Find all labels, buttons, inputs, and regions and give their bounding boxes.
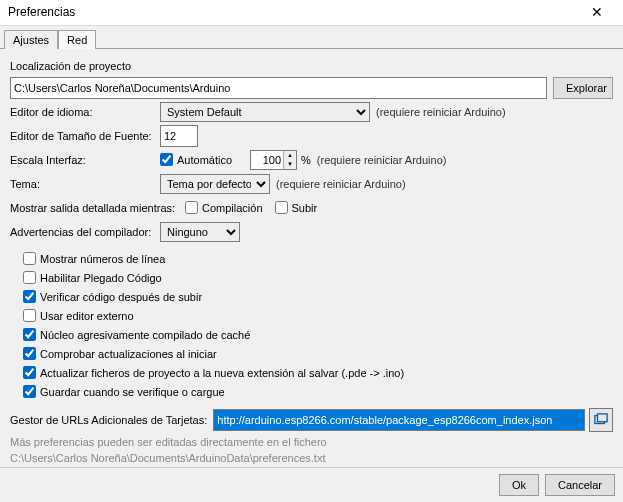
verbose-upload-label: Subir xyxy=(292,202,318,214)
warnings-select[interactable]: Ninguno xyxy=(160,222,240,242)
scale-label: Escala Interfaz: xyxy=(10,154,160,166)
code-folding-label: Habilitar Plegado Código xyxy=(40,272,162,284)
tab-network[interactable]: Red xyxy=(58,30,96,49)
scale-hint: (requiere reiniciar Arduino) xyxy=(317,154,447,166)
verbose-compile-checkbox[interactable] xyxy=(185,201,198,214)
theme-label: Tema: xyxy=(10,178,160,190)
close-icon: ✕ xyxy=(591,5,603,19)
verify-after-upload-checkbox[interactable] xyxy=(23,290,36,303)
svg-rect-1 xyxy=(598,414,608,422)
boards-url-input[interactable] xyxy=(213,409,585,431)
aggressive-cache-label: Núcleo agresivamente compilado de caché xyxy=(40,329,250,341)
close-button[interactable]: ✕ xyxy=(577,0,617,25)
window-title: Preferencias xyxy=(8,5,75,19)
tab-settings[interactable]: Ajustes xyxy=(4,30,58,49)
chevron-down-icon[interactable]: ▼ xyxy=(284,160,296,169)
more-prefs-path: C:\Users\Carlos Noreña\Documents\Arduino… xyxy=(10,452,613,464)
language-hint: (requiere reiniciar Arduino) xyxy=(376,106,506,118)
window-icon xyxy=(594,413,608,427)
save-on-verify-label: Guardar cuando se verifique o cargue xyxy=(40,386,225,398)
scale-auto-checkbox[interactable] xyxy=(160,153,173,166)
external-editor-checkbox[interactable] xyxy=(23,309,36,322)
dialog-footer: Ok Cancelar xyxy=(0,467,623,502)
boards-url-label: Gestor de URLs Adicionales de Tarjetas: xyxy=(10,414,207,426)
scale-spinner[interactable]: ▲ ▼ xyxy=(250,150,297,170)
verbose-label: Mostrar salida detallada mientras: xyxy=(10,202,185,214)
preferences-window: Preferencias ✕ Ajustes Red Localización … xyxy=(0,0,623,502)
check-updates-label: Comprobar actualizaciones al iniciar xyxy=(40,348,217,360)
tab-strip: Ajustes Red xyxy=(0,26,623,49)
scale-auto-label: Automático xyxy=(177,154,232,166)
fontsize-input[interactable] xyxy=(160,125,198,147)
language-label: Editor de idioma: xyxy=(10,106,160,118)
line-numbers-checkbox[interactable] xyxy=(23,252,36,265)
save-on-verify-checkbox[interactable] xyxy=(23,385,36,398)
theme-select[interactable]: Tema por defecto xyxy=(160,174,270,194)
verbose-upload-checkbox[interactable] xyxy=(275,201,288,214)
update-extension-label: Actualizar ficheros de proyecto a la nue… xyxy=(40,367,404,379)
line-numbers-label: Mostrar números de línea xyxy=(40,253,165,265)
code-folding-checkbox[interactable] xyxy=(23,271,36,284)
scale-value-input[interactable] xyxy=(251,152,283,168)
aggressive-cache-checkbox[interactable] xyxy=(23,328,36,341)
scale-percent: % xyxy=(301,154,311,166)
cancel-button[interactable]: Cancelar xyxy=(545,474,615,496)
sketchbook-location-label: Localización de proyecto xyxy=(10,60,131,72)
language-select[interactable]: System Default xyxy=(160,102,370,122)
warnings-label: Advertencias del compilador: xyxy=(10,226,160,238)
fontsize-label: Editor de Tamaño de Fuente: xyxy=(10,130,160,142)
verify-after-upload-label: Verificar código después de subir xyxy=(40,291,202,303)
ok-button[interactable]: Ok xyxy=(499,474,539,496)
more-prefs-line1: Más preferencias pueden ser editadas dir… xyxy=(10,436,613,448)
check-updates-checkbox[interactable] xyxy=(23,347,36,360)
browse-button[interactable]: Explorar xyxy=(553,77,613,99)
titlebar: Preferencias ✕ xyxy=(0,0,623,26)
external-editor-label: Usar editor externo xyxy=(40,310,134,322)
verbose-compile-label: Compilación xyxy=(202,202,263,214)
sketchbook-location-input[interactable] xyxy=(10,77,547,99)
boards-url-expand-button[interactable] xyxy=(589,408,613,432)
chevron-up-icon[interactable]: ▲ xyxy=(284,151,296,160)
tab-content: Localización de proyecto Explorar Editor… xyxy=(0,48,623,467)
theme-hint: (requiere reiniciar Arduino) xyxy=(276,178,406,190)
update-extension-checkbox[interactable] xyxy=(23,366,36,379)
